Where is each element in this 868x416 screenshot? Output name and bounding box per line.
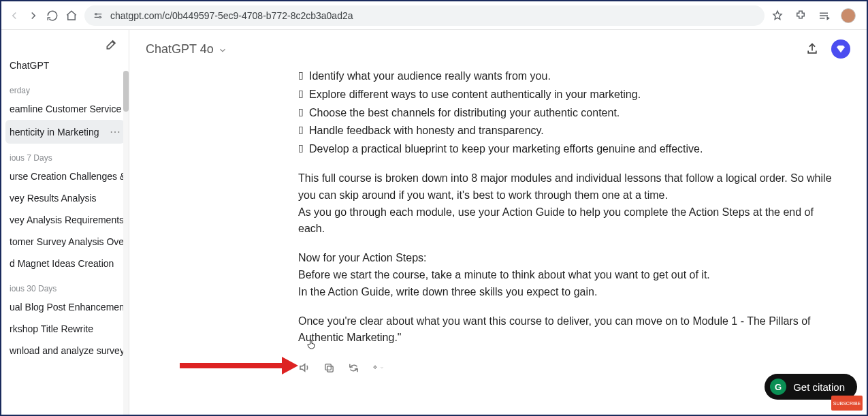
- paragraph-text: As you go through each module, use your …: [298, 204, 834, 238]
- sidebar: ChatGPT erday eamline Customer Service P…: [1, 30, 129, 415]
- svg-point-1: [99, 16, 101, 18]
- bullet-icon: ▯: [298, 86, 304, 103]
- svg-point-0: [95, 13, 97, 14]
- paragraph-text: Now for your Action Steps:: [298, 250, 834, 267]
- forward-icon[interactable]: [27, 10, 39, 22]
- paragraph-text: This full course is broken down into 8 m…: [298, 170, 834, 204]
- sidebar-item-active[interactable]: henticity in Marketing ⋯: [5, 120, 125, 144]
- paragraph-text: Before we start the course, take a minut…: [298, 267, 834, 284]
- more-dots-icon[interactable]: ⋯: [106, 125, 120, 138]
- sidebar-item[interactable]: vey Results Analysis: [1, 187, 129, 209]
- extensions-icon[interactable]: [794, 10, 807, 22]
- sidebar-item[interactable]: d Magnet Ideas Creation: [1, 253, 129, 274]
- url-text: chatgpt.com/c/0b449597-5ec9-4708-b772-8c…: [110, 10, 353, 21]
- browser-toolbar: chatgpt.com/c/0b449597-5ec9-4708-b772-8c…: [1, 1, 867, 30]
- grammarly-icon: G: [770, 379, 786, 395]
- back-icon[interactable]: [8, 10, 20, 22]
- bullet-icon: ▯: [298, 123, 304, 140]
- sidebar-section-label: ious 7 Days: [1, 144, 129, 165]
- reload-icon[interactable]: [46, 10, 59, 22]
- bullet-text: Identify what your audience really wants…: [309, 68, 551, 85]
- bullet-icon: ▯: [298, 105, 304, 122]
- sidebar-section-label: ious 30 Days: [1, 274, 129, 296]
- sidebar-item[interactable]: rkshop Title Rewrite: [1, 318, 129, 340]
- read-aloud-icon[interactable]: [298, 362, 310, 374]
- copy-icon[interactable]: [323, 362, 335, 374]
- sidebar-item[interactable]: eamline Customer Service Pro: [1, 98, 129, 120]
- profile-avatar[interactable]: [841, 8, 856, 23]
- site-settings-icon[interactable]: [93, 10, 103, 21]
- home-icon[interactable]: [65, 10, 78, 22]
- chevron-down-icon: [218, 44, 227, 54]
- sidebar-item[interactable]: vey Analysis Requirements Cl: [1, 209, 129, 231]
- bullet-text: Choose the best channels for distributin…: [309, 105, 620, 122]
- compose-icon[interactable]: [104, 37, 119, 52]
- sidebar-item[interactable]: ual Blog Post Enhancement: [1, 296, 129, 318]
- main-header: ChatGPT 4o: [129, 30, 867, 68]
- bullet-icon: ▯: [298, 141, 304, 158]
- message-actions: [298, 362, 834, 374]
- paragraph-text: In the Action Guide, write down three sk…: [298, 284, 834, 301]
- bullet-icon: ▯: [298, 68, 304, 85]
- share-icon[interactable]: [805, 42, 819, 56]
- media-icon[interactable]: [818, 10, 830, 22]
- svg-rect-2: [327, 366, 333, 372]
- citation-label: Get citation: [793, 381, 845, 393]
- url-bar[interactable]: chatgpt.com/c/0b449597-5ec9-4708-b772-8c…: [84, 5, 765, 26]
- premium-icon[interactable]: [831, 39, 850, 59]
- bullet-text: Develop a practical blueprint to keep yo…: [309, 141, 703, 158]
- model-label: ChatGPT 4o: [146, 42, 214, 57]
- bullet-text: Handle feedback with honesty and transpa…: [309, 123, 544, 140]
- sidebar-item-label: henticity in Marketing: [10, 127, 99, 138]
- model-selector[interactable]: ChatGPT 4o: [146, 42, 227, 57]
- star-icon[interactable]: [771, 10, 784, 22]
- sidebar-item[interactable]: wnload and analyze survey da: [1, 340, 129, 362]
- sparkle-icon[interactable]: [372, 362, 384, 374]
- regenerate-icon[interactable]: [347, 362, 359, 374]
- subscribe-badge[interactable]: SUBSCRIBE: [831, 396, 863, 411]
- sidebar-item[interactable]: urse Creation Challenges & Re: [1, 165, 129, 187]
- sidebar-top-item[interactable]: ChatGPT: [1, 54, 129, 76]
- sidebar-item[interactable]: tomer Survey Analysis Overvi: [1, 231, 129, 253]
- sidebar-section-label: erday: [1, 76, 129, 98]
- svg-rect-3: [325, 364, 331, 370]
- sidebar-scrollbar[interactable]: [123, 71, 129, 415]
- paragraph-text: Once you're clear about what you want th…: [298, 313, 834, 347]
- cursor-hand-icon: [306, 338, 318, 353]
- bullet-text: Explore different ways to use content au…: [309, 86, 641, 103]
- message-content: ▯Identify what your audience really want…: [129, 68, 867, 415]
